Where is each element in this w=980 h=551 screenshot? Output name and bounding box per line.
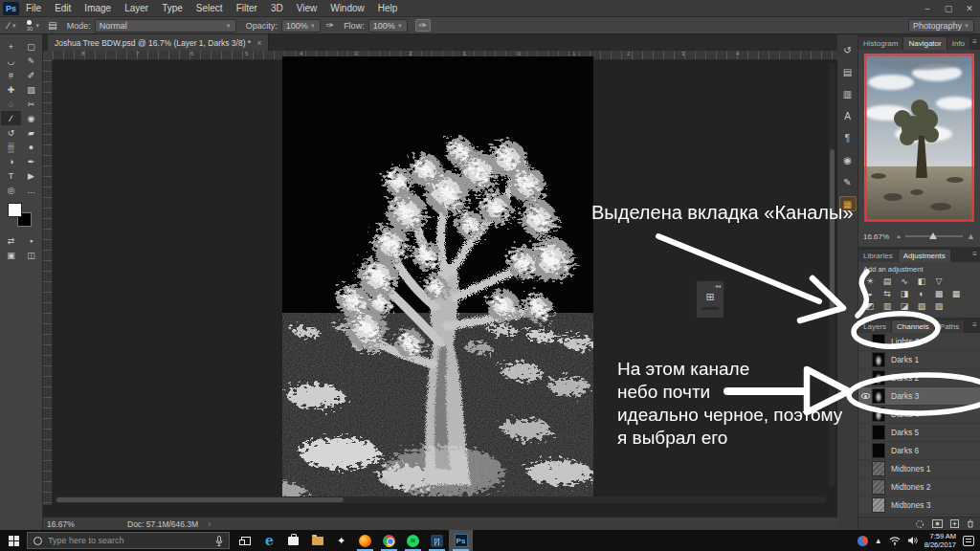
tk-actions-panel-icon[interactable]: ▦ (839, 196, 857, 211)
navigator-zoom-field[interactable]: 16.67% (863, 232, 896, 241)
adjustment-gradient-map-icon[interactable]: ▧ (915, 299, 928, 312)
tray-app-icon[interactable] (858, 536, 868, 546)
taskbar-code-icon[interactable]: [/] (425, 530, 449, 551)
adjustment-exposure-icon[interactable]: ◧ (915, 275, 928, 287)
info-panel-icon[interactable]: ▥ (839, 86, 857, 101)
action-center-icon[interactable] (963, 536, 974, 546)
history-panel-icon[interactable]: ↺ (839, 42, 857, 57)
opacity-select[interactable]: 100%▼ (281, 19, 321, 33)
quick-mask-mode[interactable]: ▣ (1, 248, 21, 262)
vertical-scrollbar[interactable] (829, 63, 835, 486)
adjustment-selective-color-icon[interactable]: ▨ (932, 299, 946, 312)
taskbar-chrome-icon[interactable] (377, 530, 401, 551)
panel-tab-libraries[interactable]: Libraries (858, 250, 899, 262)
load-selection-icon[interactable] (915, 519, 924, 529)
channel-row-darks-1[interactable]: Darks 1 (858, 351, 980, 369)
taskbar-task-view-icon[interactable] (234, 530, 257, 551)
airbrush-toggle-icon[interactable]: ✑ (415, 19, 431, 32)
toggle-brush-panel-icon[interactable]: ▤ (48, 20, 56, 31)
zoom-tool[interactable]: ◎ (1, 183, 21, 197)
minimize-button[interactable]: – (917, 0, 938, 17)
status-menu-arrow-icon[interactable]: › (208, 519, 211, 529)
zoom-level-field[interactable]: 16.67% (47, 519, 114, 529)
channel-row-darks-3[interactable]: Darks 3 (858, 387, 980, 406)
panel-tab-paths[interactable]: Paths (935, 320, 965, 333)
network-icon[interactable] (889, 536, 901, 545)
zoom-out-mountain-icon[interactable]: ▲ (896, 233, 902, 239)
adjustment-photo-filter-icon[interactable]: ◐ (915, 287, 928, 299)
scissors-tool[interactable]: ✂ (21, 97, 41, 111)
panel-tab-layers[interactable]: Layers (858, 320, 892, 333)
menu-help[interactable]: Help (371, 0, 405, 17)
microphone-icon[interactable] (215, 536, 223, 546)
taskbar-firefox-icon[interactable] (353, 530, 377, 551)
channel-row-darks-2[interactable]: Darks 2 (858, 369, 980, 387)
taskbar-dropbox-icon[interactable]: ✦ (329, 530, 353, 551)
path-selection-tool[interactable]: ▶ (21, 168, 41, 183)
edit-toolbar[interactable]: … (21, 183, 41, 197)
start-button[interactable] (0, 530, 27, 551)
swap-colors[interactable]: ⇄ (1, 233, 21, 248)
taskbar-search[interactable]: Type here to search (27, 532, 230, 549)
save-selection-as-channel-icon[interactable] (932, 519, 943, 528)
menu-select[interactable]: Select (189, 0, 230, 17)
panel-menu-icon[interactable]: ≡ (972, 250, 977, 258)
foreground-color-swatch[interactable] (8, 203, 22, 217)
color-swatches[interactable] (6, 203, 34, 230)
channel-row-darks-4[interactable]: Darks 4 (858, 406, 980, 424)
panel-tab-adjustments[interactable]: Adjustments (899, 250, 951, 262)
adjustment-vibrance-icon[interactable]: ▽ (932, 275, 946, 287)
navigator-zoom-slider[interactable] (905, 235, 963, 237)
tray-date[interactable]: 8/26/2017 (924, 540, 956, 549)
channel-row-darks-5[interactable]: Darks 5 (858, 424, 980, 442)
delete-channel-icon[interactable] (967, 519, 974, 528)
properties-panel-icon[interactable]: ▤ (839, 64, 857, 79)
tray-chevron-up-icon[interactable]: ▲ (875, 537, 882, 545)
panel-tab-navigator[interactable]: Navigator (903, 37, 947, 50)
content-aware-move-tool[interactable]: ◌ (1, 97, 21, 111)
zoom-in-mountain-icon[interactable]: ▲ (967, 231, 975, 241)
navigator-thumbnail[interactable] (864, 54, 974, 222)
screen-mode[interactable]: ◫ (21, 248, 41, 262)
channel-row-midtones-2[interactable]: Midtones 2 (858, 478, 980, 496)
adjustment-color-lookup-icon[interactable]: ▦ (949, 287, 963, 299)
adjustment-black-white-icon[interactable]: ◨ (898, 287, 911, 299)
lasso-tool[interactable]: ◡ (1, 54, 21, 68)
adjustment-threshold-icon[interactable]: ◪ (898, 299, 911, 312)
horizontal-scrollbar[interactable] (55, 496, 826, 503)
menu-file[interactable]: File (19, 0, 48, 17)
eyedropper-tool[interactable]: ✐ (21, 68, 41, 82)
adjustment-curves-icon[interactable]: ∿ (898, 275, 911, 287)
maximize-button[interactable]: ▢ (938, 0, 959, 17)
close-button[interactable]: ✕ (959, 0, 980, 17)
adjustment-posterize-icon[interactable]: ▥ (880, 299, 894, 312)
menu-filter[interactable]: Filter (230, 0, 264, 17)
brush-settings-panel-icon[interactable]: ✎ (839, 174, 857, 189)
menu-layer[interactable]: Layer (118, 0, 155, 17)
quick-selection-tool[interactable]: ✎ (21, 54, 41, 68)
panel-grid-icon[interactable]: ⊞ (705, 291, 714, 303)
channel-row-lights-6[interactable]: Lights 6 (858, 333, 980, 351)
visibility-toggle[interactable] (858, 393, 872, 399)
character-panel-icon[interactable]: A (839, 108, 857, 123)
panel-menu-icon[interactable]: ≡ (972, 320, 977, 329)
paragraph-panel-icon[interactable]: ¶ (839, 130, 857, 145)
default-colors[interactable]: ▪ (21, 233, 41, 248)
menu-edit[interactable]: Edit (48, 0, 78, 17)
adjustment-channel-mixer-icon[interactable]: ▩ (932, 287, 946, 299)
floating-collapsed-panel[interactable]: ◂◂ ⊞ (696, 280, 724, 319)
move-tool[interactable]: + (1, 39, 21, 54)
type-tool[interactable]: T (1, 168, 21, 183)
panel-tab-info[interactable]: Info (947, 37, 970, 50)
new-channel-icon[interactable] (950, 519, 959, 528)
taskbar-spotify-icon[interactable]: ≈ (401, 530, 425, 551)
crop-tool[interactable]: # (1, 68, 21, 82)
adjustment-invert-icon[interactable]: ◩ (863, 299, 877, 312)
channel-row-darks-6[interactable]: Darks 6 (858, 442, 980, 460)
adjustment-hue-saturation-icon[interactable]: ◒ (863, 287, 877, 299)
taskbar-edge-icon[interactable]: e (257, 530, 281, 551)
menu-image[interactable]: Image (78, 0, 118, 17)
taskbar-store-icon[interactable] (281, 530, 305, 551)
adjustment-levels-icon[interactable]: ▤ (880, 275, 894, 287)
menu-3d[interactable]: 3D (264, 0, 290, 17)
